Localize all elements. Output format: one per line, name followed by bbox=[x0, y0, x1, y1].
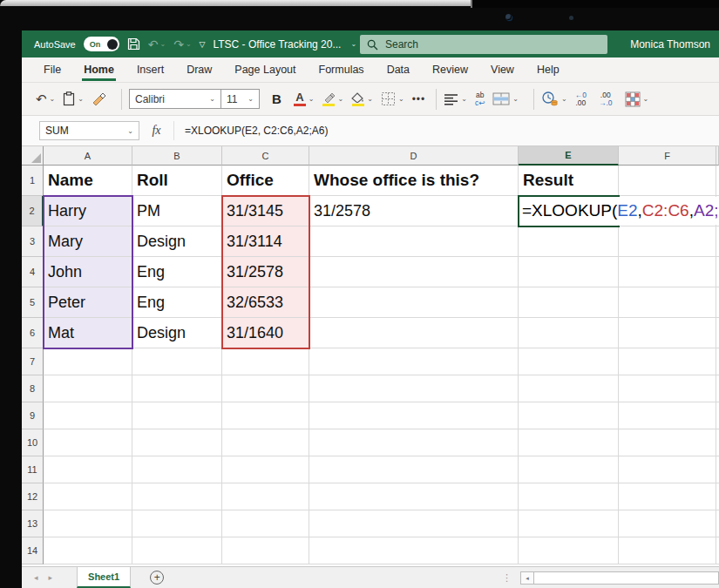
cell-d2[interactable]: 31/2578 bbox=[309, 196, 519, 226]
row-header-14[interactable]: 14 bbox=[22, 537, 44, 564]
tab-insert[interactable]: Insert bbox=[125, 57, 175, 82]
autosave-toggle[interactable]: On bbox=[84, 37, 119, 51]
cell-e3[interactable] bbox=[519, 226, 619, 257]
fx-icon[interactable]: fx bbox=[139, 121, 174, 140]
format-painter-icon[interactable] bbox=[92, 92, 106, 106]
tab-home[interactable]: Home bbox=[72, 57, 125, 82]
undo-button[interactable]: ↶⌄ bbox=[36, 91, 55, 107]
cell-f1[interactable] bbox=[619, 166, 716, 196]
font-name-select[interactable]: Calibri⌄ bbox=[129, 89, 221, 109]
row-header-6[interactable]: 6 bbox=[22, 318, 44, 348]
cell-d4[interactable] bbox=[309, 257, 519, 287]
column-header-b[interactable]: B bbox=[132, 146, 222, 166]
sheet-tab-sheet1[interactable]: Sheet1 bbox=[77, 567, 131, 588]
cell-e2[interactable] bbox=[519, 196, 619, 226]
row-header-12[interactable]: 12 bbox=[22, 483, 44, 510]
cell-a1[interactable]: Name bbox=[44, 166, 132, 196]
cell-c6[interactable]: 31/1640 bbox=[222, 318, 309, 348]
cell-c2[interactable]: 31/3145 bbox=[222, 196, 309, 226]
format-as-table-button[interactable]: ⌄ bbox=[625, 91, 649, 107]
cell-f5[interactable] bbox=[619, 287, 716, 318]
bold-button[interactable]: B bbox=[272, 91, 281, 106]
row-header-13[interactable]: 13 bbox=[22, 510, 44, 537]
search-box[interactable] bbox=[360, 35, 607, 54]
tab-page-layout[interactable]: Page Layout bbox=[223, 57, 307, 82]
cell-e5[interactable] bbox=[519, 287, 619, 318]
cell-a2[interactable]: Harry bbox=[44, 196, 132, 226]
row-header-5[interactable]: 5 bbox=[22, 287, 44, 318]
horizontal-scrollbar[interactable] bbox=[534, 571, 719, 585]
row-header-10[interactable]: 10 bbox=[22, 429, 44, 456]
cell-d5[interactable] bbox=[309, 287, 519, 318]
tab-file[interactable]: File bbox=[32, 57, 72, 82]
cell-a5[interactable]: Peter bbox=[44, 287, 132, 318]
cell-c3[interactable]: 31/3114 bbox=[222, 226, 309, 257]
cell-e1[interactable]: Result bbox=[519, 166, 619, 196]
column-header-f[interactable]: F bbox=[619, 146, 716, 166]
cell-c1[interactable]: Office bbox=[222, 166, 309, 196]
prev-sheet-icon[interactable]: ◂ bbox=[34, 573, 38, 582]
tab-help[interactable]: Help bbox=[526, 57, 571, 82]
number-format-button[interactable]: ⌄ bbox=[541, 91, 567, 106]
user-name[interactable]: Monica Thomson bbox=[630, 30, 710, 57]
splitter-dots-icon[interactable]: ⋮ bbox=[502, 572, 512, 584]
cell-e6[interactable] bbox=[519, 318, 619, 348]
decrease-decimal-button[interactable]: .00→.0 bbox=[599, 91, 613, 107]
tab-draw[interactable]: Draw bbox=[175, 57, 223, 82]
cell-e4[interactable] bbox=[519, 257, 619, 287]
search-input[interactable] bbox=[385, 38, 600, 51]
cell-b4[interactable]: Eng bbox=[132, 257, 222, 287]
increase-decimal-button[interactable]: ←0.00 bbox=[575, 91, 587, 107]
row-header-9[interactable]: 9 bbox=[22, 402, 44, 429]
more-options-button[interactable]: ••• bbox=[412, 93, 426, 105]
row-header-2[interactable]: 2 bbox=[22, 196, 44, 226]
cell-f2[interactable] bbox=[619, 196, 716, 226]
font-size-select[interactable]: 11⌄ bbox=[221, 89, 260, 109]
fill-color-button[interactable]: ⌄ bbox=[351, 92, 373, 106]
tab-formulas[interactable]: Formulas bbox=[308, 57, 376, 82]
name-box[interactable]: SUM ⌄ bbox=[39, 121, 139, 140]
cell-a3[interactable]: Mary bbox=[44, 226, 132, 257]
cell-b3[interactable]: Design bbox=[132, 226, 222, 257]
row-header-4[interactable]: 4 bbox=[22, 257, 44, 287]
cell-c4[interactable]: 31/2578 bbox=[222, 257, 309, 287]
paste-button[interactable]: ⌄ bbox=[63, 91, 84, 106]
cell-d3[interactable] bbox=[309, 226, 519, 257]
cell-b1[interactable]: Roll bbox=[132, 166, 222, 196]
row-header-8[interactable]: 8 bbox=[22, 375, 44, 402]
cell-a4[interactable]: John bbox=[44, 257, 132, 287]
text-highlight-button[interactable]: ⌄ bbox=[322, 92, 344, 106]
merge-center-button[interactable]: ⌄ bbox=[492, 92, 519, 105]
row-header-3[interactable]: 3 bbox=[22, 226, 44, 257]
cell-b2[interactable]: PM bbox=[132, 196, 222, 226]
chevron-down-icon[interactable]: ⌄ bbox=[350, 40, 356, 48]
cell-b6[interactable]: Design bbox=[132, 318, 222, 348]
column-header-a[interactable]: A bbox=[44, 146, 132, 166]
cell-a6[interactable]: Mat bbox=[44, 318, 132, 348]
undo-button[interactable]: ↶⌄ bbox=[148, 37, 166, 51]
wrap-text-button[interactable]: abc↩ bbox=[475, 91, 485, 107]
column-header-c[interactable]: C bbox=[222, 146, 309, 166]
cell-d6[interactable] bbox=[309, 318, 519, 348]
redo-button[interactable]: ↷⌄ bbox=[173, 37, 191, 51]
document-title[interactable]: LTSC - Office Tracking 20... bbox=[214, 38, 342, 51]
save-icon[interactable] bbox=[127, 37, 140, 51]
column-header-e[interactable]: E bbox=[519, 146, 619, 166]
formula-input[interactable]: =XLOOKUP(E2, C2:C6,A2;A6) bbox=[185, 125, 328, 137]
add-sheet-button[interactable]: + bbox=[150, 571, 164, 585]
tab-data[interactable]: Data bbox=[376, 57, 421, 82]
column-header-d[interactable]: D bbox=[309, 146, 519, 166]
cell-f4[interactable] bbox=[619, 257, 716, 287]
cell-d1[interactable]: Whose office is this? bbox=[309, 166, 519, 196]
scroll-left-button[interactable]: ◂ bbox=[520, 571, 534, 585]
borders-button[interactable]: ⌄ bbox=[381, 91, 404, 106]
cell-b5[interactable]: Eng bbox=[132, 287, 222, 318]
select-all-corner[interactable] bbox=[22, 146, 44, 166]
row-header-11[interactable]: 11 bbox=[22, 456, 44, 483]
cell-f6[interactable] bbox=[619, 318, 716, 348]
row-header-1[interactable]: 1 bbox=[22, 166, 44, 196]
font-color-button[interactable]: A ⌄ bbox=[294, 92, 315, 106]
tab-review[interactable]: Review bbox=[421, 57, 479, 82]
next-sheet-icon[interactable]: ▸ bbox=[49, 573, 53, 582]
alignment-button[interactable]: ⌄ bbox=[444, 93, 467, 105]
